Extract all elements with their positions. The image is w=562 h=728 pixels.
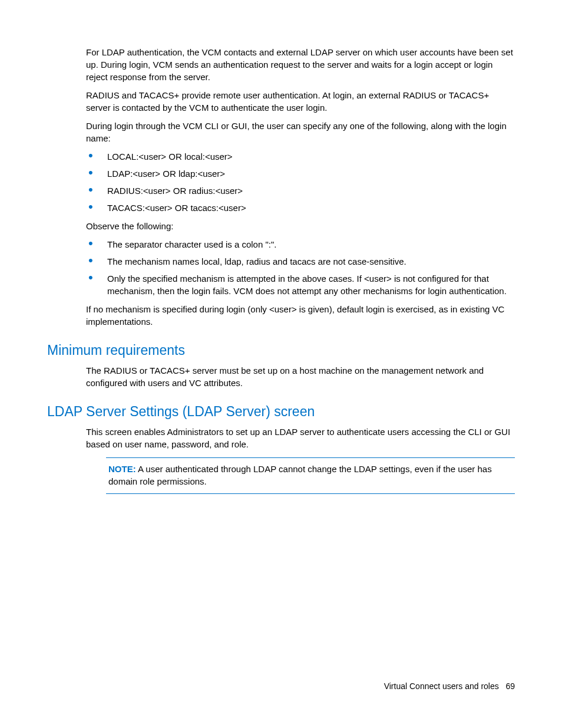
paragraph-min-req: The RADIUS or TACACS+ server must be set…: [86, 364, 515, 389]
heading-ldap-server-settings: LDAP Server Settings (LDAP Server) scree…: [47, 402, 515, 421]
list-item: TACACS:<user> OR tacacs:<user>: [86, 202, 515, 214]
list-item: Only the specified mechanism is attempte…: [86, 272, 515, 297]
note-box: NOTE: A user authenticated through LDAP …: [106, 457, 515, 494]
paragraph-ldap-auth: For LDAP authentication, the VCM contact…: [86, 46, 515, 83]
list-login-mechanisms: LOCAL:<user> OR local:<user> LDAP:<user>…: [86, 150, 515, 214]
list-item: RADIUS:<user> OR radius:<user>: [86, 185, 515, 197]
footer-section-title: Virtual Connect users and roles: [384, 681, 499, 691]
paragraph-observe: Observe the following:: [86, 220, 515, 232]
section-body: The RADIUS or TACACS+ server must be set…: [86, 364, 515, 389]
page-footer: Virtual Connect users and roles 69: [384, 681, 515, 693]
note-label: NOTE:: [108, 464, 136, 474]
list-item: LDAP:<user> OR ldap:<user>: [86, 167, 515, 180]
list-item: The separator character used is a colon …: [86, 238, 515, 251]
paragraph-ldap-screen: This screen enables Administrators to se…: [86, 426, 515, 450]
list-item: The mechanism names local, ldap, radius …: [86, 255, 515, 268]
body-content: For LDAP authentication, the VCM contact…: [86, 46, 515, 328]
list-item: LOCAL:<user> OR local:<user>: [86, 150, 515, 163]
heading-minimum-requirements: Minimum requirements: [47, 341, 515, 360]
section-body: This screen enables Administrators to se…: [86, 426, 515, 494]
footer-page-number: 69: [505, 681, 515, 691]
document-page: For LDAP authentication, the VCM contact…: [0, 0, 562, 728]
note-text: A user authenticated through LDAP cannot…: [108, 464, 492, 486]
paragraph-login-intro: During login through the VCM CLI or GUI,…: [86, 120, 515, 144]
paragraph-radius-tacacs: RADIUS and TACACS+ provide remote user a…: [86, 89, 515, 114]
paragraph-default-login: If no mechanism is specified during logi…: [86, 303, 515, 328]
list-observations: The separator character used is a colon …: [86, 238, 515, 297]
